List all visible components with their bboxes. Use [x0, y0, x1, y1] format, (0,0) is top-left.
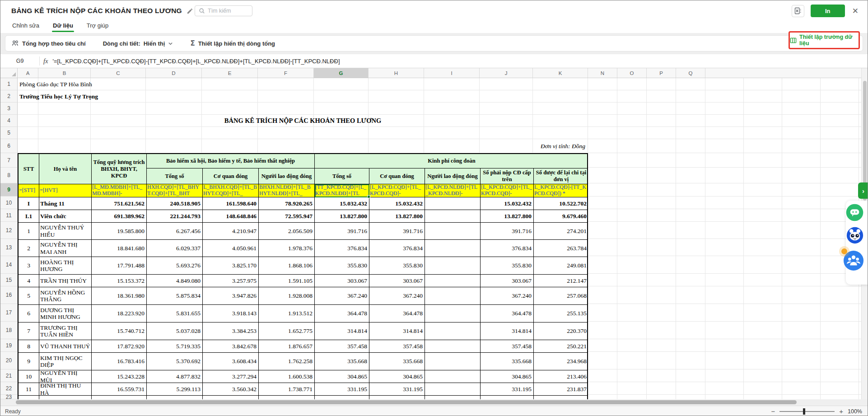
- cell-F10[interactable]: 78.920.265: [259, 197, 315, 210]
- cell-D22[interactable]: 5.299.113: [147, 383, 203, 396]
- cell-D21[interactable]: 4.877.832: [147, 370, 203, 383]
- cell-K23[interactable]: [534, 396, 588, 399]
- header-stt[interactable]: STT: [19, 154, 39, 184]
- cell-A21[interactable]: 10: [19, 370, 39, 383]
- cell-A12[interactable]: 1: [19, 223, 39, 240]
- row-header-8[interactable]: 8: [0, 168, 18, 183]
- cell-E16[interactable]: 3.947.826: [203, 287, 259, 305]
- row-header-2[interactable]: 2: [0, 90, 18, 103]
- zoom-slider[interactable]: [779, 411, 835, 412]
- cell-E23[interactable]: [203, 396, 259, 399]
- cell-I11[interactable]: [425, 210, 481, 223]
- cell-A22[interactable]: 11: [19, 383, 39, 396]
- cell-K10[interactable]: 10.522.702: [534, 197, 588, 210]
- row-header-1[interactable]: 1: [0, 78, 18, 90]
- zoom-out-icon[interactable]: −: [771, 408, 775, 415]
- cell-G18[interactable]: 314.814: [315, 323, 369, 340]
- cell-G10[interactable]: 15.032.432: [315, 197, 369, 210]
- row-header-19[interactable]: 19: [0, 339, 18, 352]
- cell-E20[interactable]: 3.608.434: [203, 353, 259, 370]
- cell-J10[interactable]: 15.032.432: [481, 197, 534, 210]
- cell-A10[interactable]: I: [19, 197, 39, 210]
- header-union-group[interactable]: Kinh phí công đoàn: [315, 154, 588, 168]
- header-name[interactable]: Họ và tên: [39, 154, 92, 184]
- grid-canvas[interactable]: 1234567891011121314151617181920212223Phò…: [0, 78, 862, 399]
- cell-D13[interactable]: 6.029.337: [147, 240, 203, 257]
- cell-D14[interactable]: 5.693.276: [147, 257, 203, 275]
- column-header-I[interactable]: I: [424, 68, 480, 78]
- cell-E15[interactable]: 3.257.975: [203, 275, 259, 287]
- cell-H19[interactable]: 357.458: [369, 340, 425, 353]
- cell-F16[interactable]: 1.928.008: [259, 287, 315, 305]
- column-header-P[interactable]: P: [647, 68, 676, 78]
- cell-E18[interactable]: 3.384.253: [203, 323, 259, 340]
- row-header-7[interactable]: 7: [0, 153, 18, 168]
- cell-C12[interactable]: 19.585.800: [92, 223, 147, 240]
- cell-C19[interactable]: 17.872.920: [92, 340, 147, 353]
- cell-E21[interactable]: 3.277.294: [203, 370, 259, 383]
- formula-cell-D9[interactable]: HXH.CQĐ]+[TL_BHYT.CQĐ]+[TL_BHT: [147, 184, 203, 197]
- cell-A15[interactable]: 4: [19, 275, 39, 287]
- row-header-13[interactable]: 13: [0, 239, 18, 256]
- formula-cell-F9[interactable]: BHXH.NLĐĐ]+[TL_BHYT.NLĐĐ]+[TL_: [259, 184, 315, 197]
- cell-H11[interactable]: 13.827.800: [369, 210, 425, 223]
- cell-G14[interactable]: 355.830: [315, 257, 369, 275]
- row-header-9[interactable]: 9: [0, 183, 18, 196]
- cell-D19[interactable]: 5.719.335: [147, 340, 203, 353]
- column-header-N[interactable]: N: [588, 68, 617, 78]
- cell-A19[interactable]: 8: [19, 340, 39, 353]
- column-header-F[interactable]: F: [258, 68, 314, 78]
- cell-G21[interactable]: 304.865: [315, 370, 369, 383]
- cell-A11[interactable]: I.1: [19, 210, 39, 223]
- row-header-6[interactable]: 6: [0, 139, 18, 153]
- search-input[interactable]: Tìm kiếm: [195, 5, 252, 16]
- cell-K20[interactable]: 234.968: [534, 353, 588, 370]
- cell-I20[interactable]: [425, 353, 481, 370]
- cell-H15[interactable]: 303.067: [369, 275, 425, 287]
- cell-J20[interactable]: 335.668: [481, 353, 534, 370]
- cell-K17[interactable]: 255.135: [534, 305, 588, 323]
- total-row-setup-button[interactable]: Σ Thiết lập hiển thị dòng tổng: [190, 39, 275, 47]
- header-fund[interactable]: Tổng quỹ lương trích BHXH, BHYT, KPCĐ: [92, 154, 147, 184]
- cell-A23[interactable]: [19, 396, 39, 399]
- row-header-21[interactable]: 21: [0, 369, 18, 382]
- row-header-22[interactable]: 22: [0, 382, 18, 395]
- cell-J12[interactable]: 391.716: [481, 223, 534, 240]
- formula-cell-G9[interactable]: [TT_KPCĐ.CQĐ]+[L_KPCĐ.NLĐĐ]+[TL: [315, 184, 369, 197]
- cell-H18[interactable]: 314.814: [369, 323, 425, 340]
- column-header-Q[interactable]: Q: [676, 68, 705, 78]
- cell-B14[interactable]: HOÀNG THỊ HƯƠNG: [39, 257, 92, 275]
- column-header-A[interactable]: A: [18, 68, 38, 78]
- cell-K11[interactable]: 9.679.460: [534, 210, 588, 223]
- column-header-K[interactable]: K: [533, 68, 588, 78]
- cell-B17[interactable]: DƯƠNG THỊ MINH HƯƠNG: [39, 305, 92, 323]
- header-agency-2[interactable]: Cơ quan đóng: [369, 168, 425, 184]
- cell-H21[interactable]: 304.865: [369, 370, 425, 383]
- cell-K13[interactable]: 263.784: [534, 240, 588, 257]
- cell-J22[interactable]: 331.195: [481, 383, 534, 396]
- cell-F23[interactable]: [259, 396, 315, 399]
- cell-F15[interactable]: 1.591.105: [259, 275, 315, 287]
- cell-I12[interactable]: [425, 223, 481, 240]
- cell-G22[interactable]: 331.195: [315, 383, 369, 396]
- cell-I22[interactable]: [425, 383, 481, 396]
- cell-D10[interactable]: 240.518.905: [147, 197, 203, 210]
- cell-D12[interactable]: 6.267.456: [147, 223, 203, 240]
- zoom-slider-thumb[interactable]: [803, 408, 805, 415]
- cell-C15[interactable]: 15.153.372: [92, 275, 147, 287]
- column-header-C[interactable]: C: [91, 68, 146, 78]
- header-total-1[interactable]: Tổng số: [147, 168, 203, 184]
- cell-B23[interactable]: [39, 396, 92, 399]
- cell-F14[interactable]: 1.868.106: [259, 257, 315, 275]
- cell-E19[interactable]: 3.842.678: [203, 340, 259, 353]
- row-header-4[interactable]: 4: [0, 115, 18, 127]
- cell-B11[interactable]: Viên chức: [39, 210, 92, 223]
- cell-I14[interactable]: [425, 257, 481, 275]
- row-header-10[interactable]: 10: [0, 196, 18, 209]
- cell-B13[interactable]: NGUYỄN THỊ MAI ANH: [39, 240, 92, 257]
- cell-I18[interactable]: [425, 323, 481, 340]
- cell-I19[interactable]: [425, 340, 481, 353]
- formula-cell-E9[interactable]: L_BHXH.CQĐ]+[TL_BHYT.CQĐ]+[TL_: [203, 184, 259, 197]
- cell-B21[interactable]: NGUYỄN THỊ MÙI: [39, 370, 92, 383]
- header-insurance-group[interactable]: Bảo hiểm xã hội, Bảo hiểm y tế, Bảo hiểm…: [147, 154, 315, 168]
